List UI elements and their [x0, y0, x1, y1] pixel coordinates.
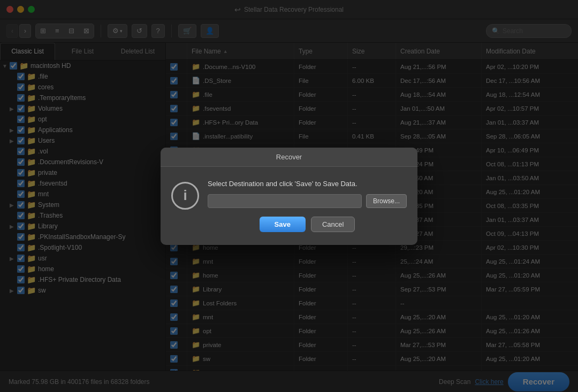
modal-message: Select Destination and click 'Save' to S… [208, 180, 407, 188]
destination-input[interactable] [208, 194, 362, 208]
modal-input-row: Browse... [208, 194, 407, 208]
cancel-button[interactable]: Cancel [311, 217, 355, 232]
browse-button[interactable]: Browse... [366, 194, 407, 208]
save-button[interactable]: Save [260, 217, 306, 232]
modal-overlay: Recover i Select Destination and click '… [0, 0, 578, 392]
modal-title: Recover [276, 153, 302, 161]
info-icon-label: i [183, 187, 187, 204]
modal-info-icon: i [171, 182, 199, 210]
modal-title-bar: Recover [161, 148, 417, 167]
recover-modal: Recover i Select Destination and click '… [161, 148, 417, 245]
modal-actions: Save Cancel [208, 217, 407, 234]
modal-content: Select Destination and click 'Save' to S… [208, 180, 407, 234]
modal-body: i Select Destination and click 'Save' to… [161, 167, 417, 245]
